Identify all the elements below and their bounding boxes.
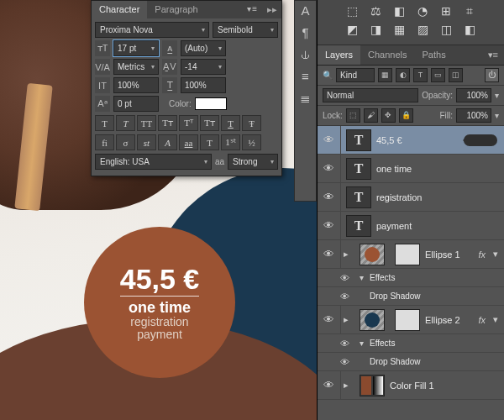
lock-transparent-icon[interactable]: ⬚	[346, 108, 360, 123]
ot-discretionary[interactable]: st	[137, 134, 156, 150]
shelf-icon[interactable]: ◧	[391, 4, 407, 19]
shelf-icon[interactable]: ⚖	[367, 4, 384, 19]
layer-row[interactable]: 👁▾Effects	[318, 334, 504, 353]
layer-row[interactable]: 👁▸Color Fill 1	[318, 371, 504, 400]
shelf-icon[interactable]: ◨	[367, 23, 384, 38]
twirl-icon[interactable]: ▾	[356, 339, 366, 348]
fx-twirl[interactable]: ▾	[491, 249, 501, 260]
shelf-icon[interactable]: ⊞	[438, 4, 454, 19]
ot-fractions[interactable]: ½	[242, 134, 261, 150]
filter-kind[interactable]: Kind	[336, 68, 375, 82]
character-panel[interactable]: Character Paragraph ▾≡ ▸▸ Proxima Nova S…	[91, 0, 282, 176]
layer-row[interactable]: 👁T45,5 €	[318, 126, 504, 155]
visibility-toggle[interactable]: 👁	[333, 287, 356, 305]
strikethrough[interactable]: Ŧ	[242, 115, 261, 131]
tab-channels[interactable]: Channels	[360, 45, 414, 65]
tracking[interactable]: -14	[181, 59, 226, 75]
subscript[interactable]: Tᴛ	[200, 115, 219, 131]
shelf-icon[interactable]: ◩	[344, 23, 360, 38]
layer-row[interactable]: 👁▸Ellipse 2fx▾	[318, 306, 504, 334]
layer-row[interactable]: 👁Tone time	[318, 155, 504, 183]
filter-shape-icon[interactable]: ▭	[431, 68, 445, 82]
fx-badge[interactable]: fx	[478, 315, 486, 325]
shelf-icon[interactable]: ◫	[438, 23, 454, 38]
tab-character[interactable]: Character	[92, 1, 147, 18]
layer-row[interactable]: 👁▾Effects	[318, 269, 504, 287]
font-size[interactable]: 17 pt	[113, 40, 159, 56]
shelf-icon[interactable]: ▨	[414, 23, 431, 38]
horizontal-scale[interactable]: 100%	[181, 77, 226, 93]
faux-italic[interactable]: T	[116, 115, 135, 131]
anti-alias[interactable]: Strong	[228, 154, 278, 170]
opacity-dropdown-icon[interactable]: ▾	[495, 91, 499, 100]
layer-row[interactable]: 👁▸Ellipse 1fx▾	[318, 240, 504, 269]
visibility-toggle[interactable]: 👁	[318, 306, 341, 333]
filter-adjust-icon[interactable]: ◐	[396, 68, 410, 82]
styles-icon[interactable]: ⫝	[296, 47, 315, 66]
opacity-field[interactable]: 100%	[456, 88, 491, 102]
small-caps[interactable]: Tᴛ	[158, 115, 177, 131]
shelf-icon[interactable]: ⬚	[344, 4, 360, 19]
layer-row[interactable]: 👁Tpayment	[318, 212, 504, 240]
tab-paths[interactable]: Paths	[415, 45, 454, 65]
visibility-toggle[interactable]: 👁	[318, 183, 341, 211]
fill-field[interactable]: 100%	[456, 108, 491, 123]
shelf-icon[interactable]: ◧	[461, 23, 478, 38]
panel-icon-1[interactable]: ≡	[296, 69, 315, 88]
twirl-icon[interactable]: ▾	[356, 273, 366, 282]
visibility-toggle[interactable]: 👁	[333, 334, 356, 352]
visibility-toggle[interactable]: 👁	[318, 212, 341, 239]
tab-paragraph[interactable]: Paragraph	[147, 1, 205, 18]
price-text[interactable]: 45,5 €	[120, 265, 200, 297]
blend-mode[interactable]: Normal	[323, 88, 418, 102]
collapse-icon[interactable]: ▸▸	[263, 1, 281, 18]
ot-swash[interactable]: A	[158, 134, 177, 150]
visibility-toggle[interactable]: 👁	[333, 269, 356, 286]
filter-smart-icon[interactable]: ◫	[449, 68, 463, 82]
ot-ligatures[interactable]: fi	[95, 134, 114, 150]
paragraph-tool-icon[interactable]: ¶	[296, 25, 315, 45]
filter-type-icon[interactable]: T	[413, 68, 428, 82]
panel-menu-icon[interactable]: ▾≡	[242, 1, 263, 18]
all-caps[interactable]: TT	[137, 115, 156, 131]
shelf-icon[interactable]: ▦	[391, 23, 407, 38]
lock-all-icon[interactable]: 🔒	[399, 108, 413, 123]
tab-layers[interactable]: Layers	[318, 45, 360, 65]
fill-dropdown-icon[interactable]: ▾	[495, 111, 499, 120]
ot-contextual[interactable]: σ	[116, 134, 135, 150]
twirl-icon[interactable]: ▸	[341, 249, 351, 260]
layer-row[interactable]: 👁Drop Shadow	[318, 287, 504, 306]
vertical-scale[interactable]: 100%	[113, 77, 159, 93]
lock-position-icon[interactable]: ✥	[381, 108, 396, 123]
underline[interactable]: T	[221, 115, 240, 131]
filter-pixel-icon[interactable]: ▦	[378, 68, 392, 82]
visibility-toggle[interactable]: 👁	[318, 126, 341, 154]
panel-icon-2[interactable]: ≣	[296, 91, 315, 110]
shelf-icon[interactable]: ⌗	[461, 4, 478, 19]
type-tool-icon[interactable]: A	[296, 3, 315, 23]
lock-pixels-icon[interactable]: 🖌	[364, 108, 378, 123]
font-weight[interactable]: Semibold	[213, 22, 278, 38]
twirl-icon[interactable]: ▸	[341, 314, 351, 325]
faux-bold[interactable]: T	[95, 115, 114, 131]
twirl-icon[interactable]: ▸	[341, 380, 351, 391]
kerning[interactable]: Metrics	[113, 59, 159, 75]
panel-menu-icon[interactable]: ▾≡	[482, 45, 504, 65]
visibility-toggle[interactable]: 👁	[318, 240, 341, 268]
visibility-toggle[interactable]: 👁	[333, 353, 356, 370]
superscript[interactable]: Tᵀ	[179, 115, 198, 131]
language[interactable]: English: USA	[95, 154, 212, 170]
fx-twirl[interactable]: ▾	[491, 314, 501, 325]
color-swatch[interactable]	[195, 97, 227, 110]
layer-row[interactable]: 👁Drop Shadow	[318, 353, 504, 371]
shelf-icon[interactable]: ◔	[414, 4, 431, 19]
ot-ordinals[interactable]: 1ˢᵗ	[221, 134, 240, 150]
filter-search-icon[interactable]: 🔍	[323, 71, 333, 80]
visibility-toggle[interactable]: 👁	[318, 371, 341, 399]
font-family[interactable]: Proxima Nova	[95, 22, 209, 38]
fx-badge[interactable]: fx	[478, 249, 486, 260]
visibility-toggle[interactable]: 👁	[318, 155, 341, 182]
leading[interactable]: (Auto)	[181, 40, 226, 56]
baseline-shift[interactable]: 0 pt	[113, 96, 159, 112]
ot-stylistic[interactable]: aa	[179, 134, 198, 150]
